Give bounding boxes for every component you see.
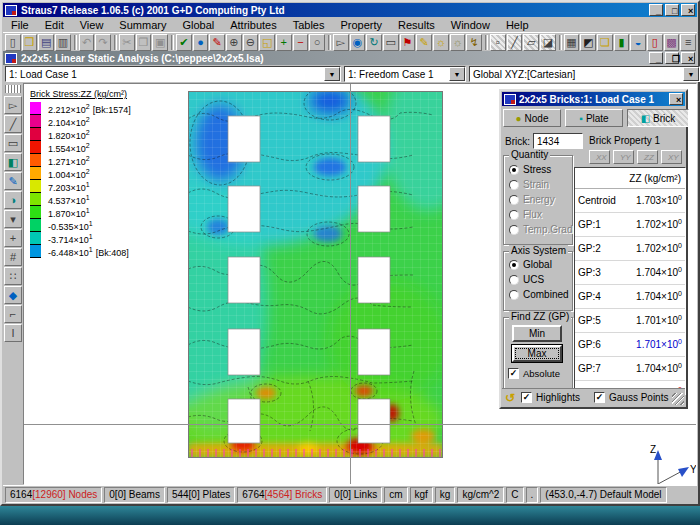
node-toggle-icon[interactable]: ▫ — [490, 34, 506, 51]
quantity-radio[interactable]: Energy — [504, 192, 572, 207]
scale-down-icon[interactable]: − — [293, 34, 309, 51]
checkbox-icon[interactable] — [594, 392, 605, 403]
separator[interactable] — [114, 35, 117, 50]
line-select-icon[interactable]: ╱ — [4, 115, 22, 133]
separator[interactable] — [171, 35, 174, 50]
quantity-radio[interactable]: Flux — [504, 207, 572, 222]
light-on-icon[interactable]: ☼ — [433, 34, 449, 51]
magnifier-icon[interactable]: ○ — [309, 34, 325, 51]
image-icon[interactable]: ▩ — [664, 34, 680, 51]
grid-icon[interactable]: # — [4, 248, 22, 266]
beam-toggle-icon[interactable]: ╱ — [507, 34, 523, 51]
coord-system-combo[interactable]: Global XYZ:[Cartesian] ▼ — [469, 66, 700, 82]
quantity-radio[interactable]: Stress — [504, 162, 572, 177]
quantity-radio[interactable]: Strain — [504, 177, 572, 192]
corner-icon[interactable]: ⌐ — [4, 305, 22, 323]
quantity-radio[interactable]: Temp.Grad — [504, 222, 572, 237]
plate-button[interactable]: ▪Plate — [565, 109, 623, 127]
menu-item[interactable]: Tables — [285, 18, 333, 32]
lightning-icon[interactable]: ↯ — [466, 34, 482, 51]
component-xy-button[interactable]: XY — [661, 150, 682, 164]
label-icon[interactable]: ◆ — [4, 286, 22, 304]
list-icon[interactable]: ≡ — [680, 34, 696, 51]
light-off-icon[interactable]: ☼ — [450, 34, 466, 51]
brick-toggle-icon[interactable]: ◪ — [540, 34, 556, 51]
rect-select-icon[interactable]: ▭ — [4, 134, 22, 152]
solve-icon[interactable]: ✔ — [176, 34, 192, 51]
menu-item[interactable]: Window — [443, 18, 498, 32]
maximize-button[interactable]: □ — [665, 4, 679, 16]
radio-icon[interactable] — [509, 225, 519, 235]
box-select-icon[interactable]: ▭ — [383, 34, 399, 51]
zoom-box-icon[interactable]: ◱ — [259, 34, 275, 51]
menu-item[interactable]: Edit — [37, 18, 72, 32]
radio-icon[interactable] — [509, 275, 519, 285]
contour-icon[interactable]: ◩ — [580, 34, 596, 51]
brick-button[interactable]: ◧Brick — [627, 109, 689, 127]
zoom-out-icon[interactable]: ⊖ — [243, 34, 259, 51]
model-minimize-button[interactable]: _ — [649, 52, 663, 64]
menu-item[interactable]: Property — [332, 18, 390, 32]
rotate-icon[interactable]: ↻ — [366, 34, 382, 51]
plate-toggle-icon[interactable]: ▱ — [523, 34, 539, 51]
menu-item[interactable]: Help — [498, 18, 537, 32]
bar-icon[interactable]: ▮ — [614, 34, 630, 51]
component-zz-button[interactable]: ZZ — [637, 150, 658, 164]
brick-select-icon[interactable]: ◧ — [4, 153, 22, 171]
refresh-icon[interactable]: ↺ — [505, 391, 515, 405]
separator[interactable] — [559, 35, 562, 50]
points-icon[interactable]: ∷ — [4, 267, 22, 285]
dropdown-icon[interactable]: ▾ — [4, 210, 22, 228]
find-max-button[interactable]: Max — [512, 345, 562, 362]
brick-results-dialog[interactable]: 2x2x5 Bricks:1: Load Case 1 × ●Node ▪Pla… — [499, 89, 688, 409]
cut-icon[interactable]: ✂ — [119, 34, 135, 51]
toolbar-grip[interactable] — [5, 85, 21, 93]
menu-item[interactable]: Global — [174, 18, 222, 32]
report-icon[interactable]: ▯ — [647, 34, 663, 51]
radio-icon[interactable] — [509, 195, 519, 205]
flag-icon[interactable]: ⚑ — [400, 34, 416, 51]
wireframe-icon[interactable]: ▦ — [564, 34, 580, 51]
select-arrow-icon[interactable]: ▻ — [4, 96, 22, 114]
menu-item[interactable]: File — [3, 18, 37, 32]
minimize-button[interactable]: _ — [649, 4, 663, 16]
model-restore-button[interactable]: ❐ — [665, 52, 679, 64]
absolute-checkbox-row[interactable]: Absolute — [508, 368, 560, 379]
checkbox-icon[interactable] — [508, 368, 519, 379]
scale-up-icon[interactable]: + — [276, 34, 292, 51]
radio-icon[interactable] — [509, 290, 519, 300]
sphere-icon[interactable]: ● — [193, 34, 209, 51]
menu-item[interactable]: Results — [390, 18, 443, 32]
brick-number-input[interactable] — [533, 133, 583, 149]
chevron-down-icon[interactable]: ▼ — [683, 67, 699, 81]
pencil-icon[interactable]: ✎ — [4, 172, 22, 190]
folder-icon[interactable]: ❏ — [597, 34, 613, 51]
radio-icon[interactable] — [509, 180, 519, 190]
menu-item[interactable]: Attributes — [222, 18, 284, 32]
copy-icon[interactable]: ❐ — [136, 34, 152, 51]
resize-grip[interactable] — [672, 393, 684, 405]
new-icon[interactable]: ▯ — [5, 34, 21, 51]
dialog-close-button[interactable]: × — [669, 93, 683, 105]
close-button[interactable]: × — [681, 4, 695, 16]
model-close-button[interactable]: × — [681, 52, 695, 64]
radio-icon[interactable] — [509, 165, 519, 175]
freedom-case-combo[interactable]: 1: Freedom Case 1 ▼ — [344, 66, 466, 82]
zoom-in-icon[interactable]: ⊕ — [226, 34, 242, 51]
globe-icon[interactable]: ◉ — [350, 34, 366, 51]
gauss-points-checkbox-row[interactable]: Gauss Points — [594, 392, 668, 403]
menu-item[interactable]: View — [72, 18, 112, 32]
axis-system-radio[interactable]: UCS — [504, 272, 572, 287]
pointer-icon[interactable]: ▻ — [333, 34, 349, 51]
separator[interactable] — [74, 35, 77, 50]
component-yy-button[interactable]: YY — [613, 150, 634, 164]
open-icon[interactable]: ❒ — [22, 34, 38, 51]
radio-icon[interactable] — [509, 260, 519, 270]
radio-icon[interactable] — [509, 210, 519, 220]
view-icon[interactable]: ◒ — [630, 34, 646, 51]
redo-icon[interactable]: ↷ — [95, 34, 111, 51]
axis-system-radio[interactable]: Global — [504, 257, 572, 272]
print-icon[interactable]: ▥ — [55, 34, 71, 51]
separator[interactable] — [328, 35, 331, 50]
save-icon[interactable]: ▤ — [38, 34, 54, 51]
